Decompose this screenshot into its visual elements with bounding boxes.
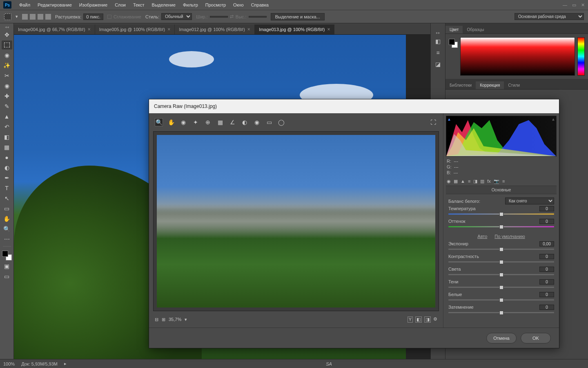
- cr-settings-icon[interactable]: ⚙: [433, 316, 437, 323]
- ok-button[interactable]: OK: [521, 333, 551, 343]
- menu-Редактирование[interactable]: Редактирование: [34, 2, 76, 7]
- slider-track[interactable]: [448, 311, 554, 315]
- cr-hand-tool[interactable]: ✋: [167, 118, 175, 126]
- select-and-mask-button[interactable]: Выделение и маска...: [271, 13, 325, 20]
- menu-Выделение[interactable]: Выделение: [148, 2, 179, 7]
- slider-value[interactable]: 0: [539, 254, 554, 259]
- slider-track[interactable]: [448, 273, 554, 277]
- cr-compare-icon[interactable]: ◧: [415, 316, 422, 323]
- menu-Изображение[interactable]: Изображение: [76, 2, 111, 7]
- cr-zoom-value[interactable]: 35,7%: [169, 317, 181, 322]
- cr-tab-basic[interactable]: ◉: [447, 179, 451, 184]
- type-tool[interactable]: T: [2, 184, 12, 193]
- slider-value[interactable]: 0: [539, 292, 554, 297]
- cr-redeye-tool[interactable]: ◉: [253, 118, 261, 126]
- slider-track[interactable]: [448, 285, 554, 289]
- slider-value[interactable]: 0: [539, 267, 554, 272]
- document-tab[interactable]: Image012.jpg @ 100% (RGB/8#)×: [175, 25, 255, 34]
- menu-Окно[interactable]: Окно: [229, 2, 247, 7]
- slider-value[interactable]: 0: [539, 279, 554, 285]
- path-tool[interactable]: ↖: [2, 194, 12, 203]
- cr-zoom-tool[interactable]: 🔍: [155, 118, 163, 126]
- cr-tab-hsl[interactable]: ≡: [468, 179, 470, 184]
- cr-tab-curve[interactable]: ▦: [454, 179, 458, 184]
- cr-tab-split[interactable]: ◨: [473, 179, 477, 184]
- cr-fullscreen-icon[interactable]: ⛶: [429, 118, 437, 126]
- menu-Фильтр[interactable]: Фильтр: [179, 2, 202, 7]
- more-tools[interactable]: ⋯: [2, 235, 12, 244]
- menu-Текст[interactable]: Текст: [129, 2, 148, 7]
- slider-thumb[interactable]: [499, 225, 503, 229]
- slider-thumb[interactable]: [499, 247, 503, 251]
- tab-color[interactable]: Цвет: [445, 26, 463, 34]
- lasso-tool[interactable]: ◉: [2, 51, 12, 60]
- slider-thumb[interactable]: [499, 285, 503, 289]
- quickmask-tool[interactable]: ▣: [2, 262, 12, 271]
- color-swatch[interactable]: [2, 251, 12, 260]
- panel-icon-1[interactable]: ◧: [432, 36, 444, 46]
- history-brush-tool[interactable]: ↶: [2, 122, 12, 131]
- wb-select[interactable]: Как снято: [505, 197, 554, 204]
- tab-swatches[interactable]: Образцы: [463, 26, 488, 34]
- cr-zoom-in-icon[interactable]: ⊞: [162, 317, 165, 322]
- slider-thumb[interactable]: [499, 260, 503, 264]
- panel-icon-3[interactable]: ◪: [432, 59, 444, 69]
- cr-tab-lens[interactable]: ▥: [480, 179, 484, 184]
- new-sel-icon[interactable]: [22, 14, 28, 20]
- zoom-tool[interactable]: 🔍: [2, 224, 12, 233]
- int-sel-icon[interactable]: [45, 14, 51, 20]
- stamp-tool[interactable]: ▲: [2, 112, 12, 121]
- auto-link[interactable]: Авто: [477, 234, 487, 239]
- slider-value[interactable]: 0: [539, 305, 554, 310]
- crop-tool[interactable]: ✂: [2, 71, 12, 80]
- style-select[interactable]: Обычный: [161, 13, 192, 20]
- marquee-tool[interactable]: [2, 40, 12, 49]
- marquee-icon[interactable]: [4, 13, 11, 20]
- slider-value[interactable]: 0,00: [539, 241, 554, 247]
- close-tab-icon[interactable]: ×: [247, 27, 250, 32]
- feather-field[interactable]: 0 пикс.: [83, 13, 103, 20]
- document-tab[interactable]: Image013.jpg @ 100% (RGB/8#)×: [255, 25, 335, 34]
- chevron-down-icon[interactable]: ▾: [185, 317, 187, 322]
- slider-track[interactable]: [448, 260, 554, 264]
- cr-preview-area[interactable]: [153, 131, 439, 311]
- move-tool[interactable]: ✥: [2, 30, 12, 39]
- menu-Просмотр[interactable]: Просмотр: [202, 2, 229, 7]
- cr-zoom-out-icon[interactable]: ⊟: [155, 317, 158, 322]
- close-icon[interactable]: ✕: [581, 2, 585, 8]
- menu-Слои[interactable]: Слои: [111, 2, 129, 7]
- blur-tool[interactable]: ●: [2, 153, 12, 162]
- cr-target-tool[interactable]: ⊕: [204, 118, 212, 126]
- slider-thumb[interactable]: [499, 311, 503, 315]
- close-tab-icon[interactable]: ×: [327, 27, 330, 32]
- slider-thumb[interactable]: [499, 298, 503, 302]
- shadow-clip-icon[interactable]: ▲: [447, 117, 451, 121]
- sub-sel-icon[interactable]: [38, 14, 43, 20]
- document-tab[interactable]: Image005.jpg @ 100% (RGB/8#)×: [95, 25, 175, 34]
- cr-compare2-icon[interactable]: ◨: [424, 316, 431, 323]
- eyedropper-tool[interactable]: ◉: [2, 81, 12, 90]
- zoom-level[interactable]: 100%: [3, 361, 15, 366]
- cr-y-icon[interactable]: Y: [408, 316, 413, 323]
- cr-tab-camera[interactable]: 📷: [494, 179, 499, 184]
- default-link[interactable]: По умолчанию: [494, 234, 525, 239]
- cr-tab-detail[interactable]: ▲: [461, 179, 465, 184]
- cr-spot-tool[interactable]: ◐: [241, 118, 249, 126]
- menu-Файл[interactable]: Файл: [16, 2, 34, 7]
- slider-track[interactable]: [448, 298, 554, 302]
- minimize-icon[interactable]: —: [563, 2, 567, 8]
- slider-value[interactable]: 0: [539, 219, 554, 224]
- slider-track[interactable]: [448, 247, 554, 251]
- add-sel-icon[interactable]: [30, 14, 36, 20]
- cr-grad-tool[interactable]: ▭: [265, 118, 273, 126]
- cr-radial-tool[interactable]: ◯: [277, 118, 285, 126]
- panel-icon-2[interactable]: ≡: [432, 48, 444, 58]
- highlight-clip-icon[interactable]: ▲: [551, 117, 555, 121]
- close-tab-icon[interactable]: ×: [167, 27, 170, 32]
- color-field[interactable]: [460, 37, 575, 76]
- slider-track[interactable]: [448, 212, 554, 216]
- workspace-select[interactable]: Основная рабочая среда: [514, 13, 584, 20]
- maximize-icon[interactable]: ▭: [572, 2, 576, 8]
- wand-tool[interactable]: ✨: [2, 61, 12, 70]
- menu-Справка[interactable]: Справка: [247, 2, 272, 7]
